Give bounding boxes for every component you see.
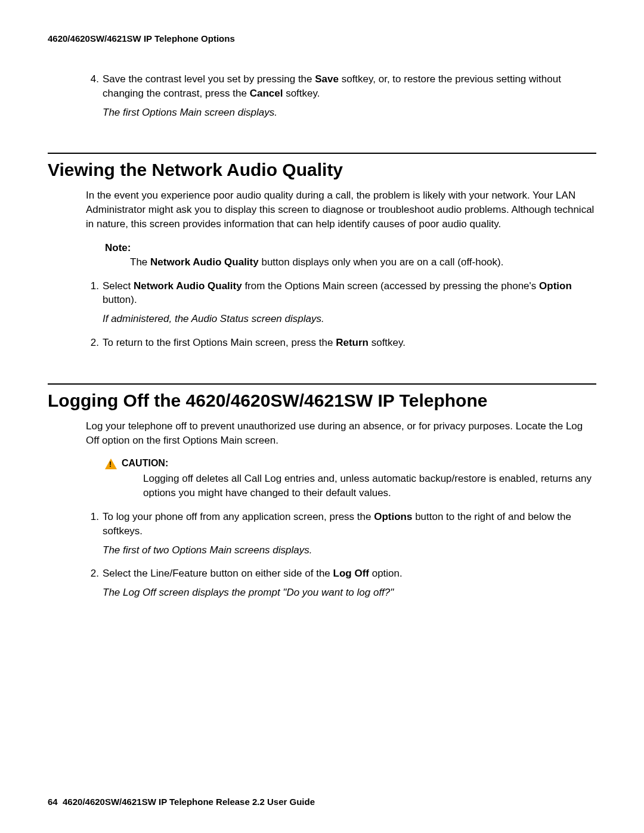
caution-block: CAUTION:	[105, 458, 596, 469]
section-rule	[48, 383, 596, 385]
page-number: 64	[48, 797, 58, 807]
sec1-para: In the event you experience poor audio q…	[86, 188, 596, 231]
sec1-step1-result: If administered, the Audio Status screen…	[103, 312, 596, 326]
sec2-step2-result: The Log Off screen displays the prompt "…	[103, 586, 596, 600]
section-rule	[48, 153, 596, 154]
running-header: 4620/4620SW/4621SW IP Telephone Options	[48, 33, 596, 44]
sec2-step1: 1. To log your phone off from any applic…	[86, 510, 596, 557]
note-block: Note: The Network Audio Quality button d…	[105, 242, 596, 270]
note-label: Note:	[105, 242, 596, 254]
footer-text: 4620/4620SW/4621SW IP Telephone Release …	[63, 797, 315, 807]
sec2-step2: 2. Select the Line/Feature button on eit…	[86, 566, 596, 600]
caution-body: Logging off deletes all Call Log entries…	[143, 472, 596, 500]
section-heading-audio-quality: Viewing the Network Audio Quality	[48, 160, 596, 180]
sec2-body: Log your telephone off to prevent unauth…	[86, 419, 596, 600]
sec1-step1: 1. Select Network Audio Quality from the…	[86, 279, 596, 326]
sec1-body: In the event you experience poor audio q…	[86, 188, 596, 349]
caution-icon	[105, 459, 117, 469]
note-body: The Network Audio Quality button display…	[130, 255, 596, 270]
sec2-para: Log your telephone off to prevent unauth…	[86, 419, 596, 448]
page: 4620/4620SW/4621SW IP Telephone Options …	[0, 0, 644, 833]
page-footer: 64 4620/4620SW/4621SW IP Telephone Relea…	[48, 797, 315, 807]
step-4: 4. Save the contrast level you set by pr…	[86, 72, 596, 119]
sec2-step1-result: The first of two Options Main screens di…	[103, 543, 596, 558]
intro-block: 4. Save the contrast level you set by pr…	[86, 72, 596, 119]
sec1-step2: 2. To return to the first Options Main s…	[86, 336, 596, 350]
section-heading-logging-off: Logging Off the 4620/4620SW/4621SW IP Te…	[48, 391, 596, 411]
step-4-result: The first Options Main screen displays.	[103, 106, 596, 120]
caution-label: CAUTION:	[122, 458, 168, 469]
